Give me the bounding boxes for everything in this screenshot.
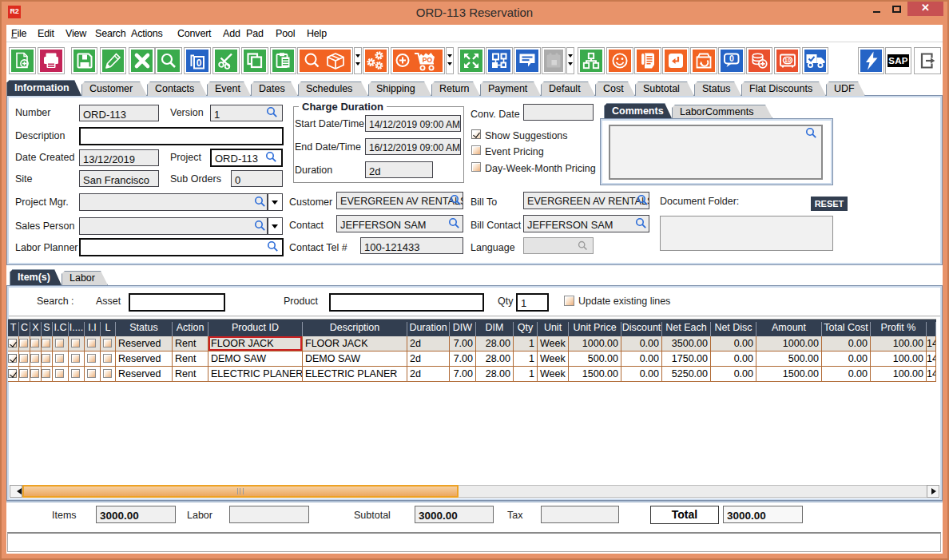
svg-text:0: 0 (729, 54, 734, 63)
svg-text:PO: PO (423, 56, 433, 64)
svg-text:0: 0 (197, 58, 202, 69)
svg-text:10: 10 (784, 57, 790, 64)
